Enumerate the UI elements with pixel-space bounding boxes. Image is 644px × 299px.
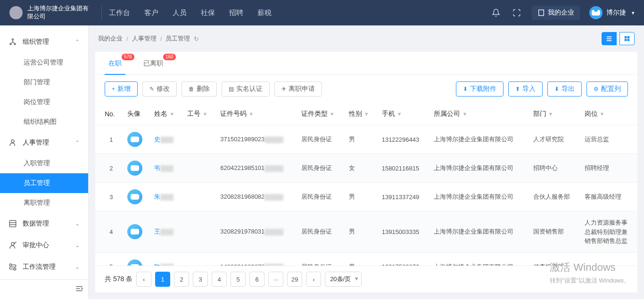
export-button[interactable]: ⬇导出 bbox=[547, 81, 582, 97]
user-menu[interactable]: 博尔捷 ▾ bbox=[589, 6, 635, 19]
filter-icon[interactable]: ▼ bbox=[397, 111, 402, 117]
svg-rect-20 bbox=[627, 36, 630, 39]
sidebar-item-offboard[interactable]: 离职管理 bbox=[0, 193, 88, 213]
col-no: No. bbox=[95, 103, 123, 125]
cell-gender: 男 bbox=[344, 125, 377, 154]
page-ellipsis[interactable]: ··· bbox=[268, 272, 283, 287]
cell-idno: 6204221985101 bbox=[215, 154, 296, 183]
sidebar-item-orgchart[interactable]: 组织结构图 bbox=[0, 112, 88, 132]
page-button[interactable]: 3 bbox=[193, 272, 208, 287]
nav-personnel[interactable]: 人员 bbox=[173, 8, 187, 17]
sidebar-collapse-button[interactable] bbox=[0, 279, 88, 299]
table-container[interactable]: No. 头像 姓名▼ 工号▼ 证件号码▼ 证件类型▼ 性别▼ 手机▼ 所属公司▼… bbox=[95, 103, 637, 266]
sidebar-item-position[interactable]: 岗位管理 bbox=[0, 92, 88, 112]
grid-view-button[interactable] bbox=[619, 32, 635, 45]
table-row[interactable]: 1 史 3715021989023 居民身份证 男 13122296443 上海… bbox=[95, 125, 637, 154]
cell-gender: 女 bbox=[344, 154, 377, 183]
filter-icon[interactable]: ▼ bbox=[548, 111, 553, 117]
col-empno: 工号▼ bbox=[182, 103, 215, 125]
tab-active-employees[interactable]: 在职 578 bbox=[105, 52, 125, 74]
filter-icon[interactable]: ▼ bbox=[364, 111, 369, 117]
breadcrumb: 我的企业 / 人事管理 / 员工管理 ↻ bbox=[89, 25, 644, 52]
sidebar-group-data[interactable]: 数据管理 ⌄ bbox=[0, 213, 88, 234]
table-row[interactable]: 3 朱 3208281968082 居民身份证 男 13911337249 上海… bbox=[95, 183, 637, 211]
table-row[interactable]: 2 韦 6204221985101 居民身份证 女 15802116815 上海… bbox=[95, 154, 637, 183]
cell-avatar bbox=[123, 183, 150, 211]
config-button[interactable]: ⚙配置列 bbox=[586, 81, 628, 97]
top-nav: 工作台 客户 人员 社保 招聘 薪税 bbox=[109, 8, 272, 17]
page-button[interactable]: 5 bbox=[231, 272, 246, 287]
cell-name[interactable]: 防 bbox=[149, 252, 182, 266]
page-button[interactable]: 4 bbox=[212, 272, 227, 287]
list-view-button[interactable] bbox=[602, 32, 617, 45]
main-panel: 在职 578 已离职 160 +新增 ✎修改 🗑删除 ▤实名认证 ✈离职申请 ⬇… bbox=[95, 52, 637, 292]
chevron-down-icon: ⌄ bbox=[75, 264, 80, 270]
page-button[interactable]: 1 bbox=[155, 272, 170, 287]
next-page-button[interactable]: › bbox=[306, 272, 321, 287]
cell-no: 1 bbox=[95, 125, 123, 154]
sidebar-group-hr[interactable]: 人事管理 ⌃ bbox=[0, 132, 88, 154]
filter-icon[interactable]: ▼ bbox=[330, 111, 335, 117]
chevron-up-icon: ⌃ bbox=[75, 39, 80, 45]
cell-company: 上海博尔捷企业集团有限公司 bbox=[429, 125, 528, 154]
nav-salary[interactable]: 薪税 bbox=[257, 8, 272, 17]
import-button[interactable]: ⬆导入 bbox=[508, 81, 543, 97]
sidebar-item-employee[interactable]: 员工管理 bbox=[0, 173, 88, 193]
filter-icon[interactable]: ▼ bbox=[462, 111, 467, 117]
svg-point-5 bbox=[14, 43, 16, 45]
realname-button[interactable]: ▤实名认证 bbox=[222, 81, 270, 97]
nav-workspace[interactable]: 工作台 bbox=[109, 8, 130, 17]
sidebar-item-onboard[interactable]: 入职管理 bbox=[0, 154, 88, 173]
svg-point-4 bbox=[10, 43, 11, 45]
filter-icon[interactable]: ▼ bbox=[202, 111, 207, 117]
fullscreen-icon[interactable] bbox=[511, 7, 522, 18]
edit-button[interactable]: ✎修改 bbox=[142, 81, 177, 97]
resign-button[interactable]: ✈离职申请 bbox=[274, 81, 322, 97]
pagination: 共 578 条 ‹ 123456···29 › 20条/页 bbox=[95, 266, 637, 292]
col-phone: 手机▼ bbox=[377, 103, 429, 125]
tab-label: 已离职 bbox=[143, 59, 163, 67]
tab-badge: 578 bbox=[122, 54, 134, 60]
avatar-icon bbox=[127, 259, 142, 266]
sidebar-group-approval[interactable]: 审批中心 ⌄ bbox=[0, 234, 88, 256]
cell-name[interactable]: 史 bbox=[149, 125, 182, 154]
sidebar-group-label: 数据管理 bbox=[23, 219, 49, 228]
breadcrumb-item[interactable]: 我的企业 bbox=[98, 34, 123, 43]
filter-icon[interactable]: ▼ bbox=[600, 111, 605, 117]
col-idtype: 证件类型▼ bbox=[297, 103, 344, 125]
nav-recruit[interactable]: 招聘 bbox=[229, 8, 243, 17]
download-button[interactable]: ⬇下载附件 bbox=[456, 81, 504, 97]
filter-icon[interactable]: ▼ bbox=[248, 111, 254, 117]
page-size-select[interactable]: 20条/页 bbox=[325, 272, 362, 287]
page-button[interactable]: 2 bbox=[174, 272, 189, 287]
cell-name[interactable]: 朱 bbox=[149, 183, 182, 211]
sidebar-group-workflow[interactable]: 工作流管理 ⌄ bbox=[0, 256, 88, 278]
filter-icon[interactable]: ▼ bbox=[169, 111, 174, 117]
sidebar-group-label: 组织管理 bbox=[23, 38, 49, 46]
nav-customer[interactable]: 客户 bbox=[144, 8, 158, 17]
delete-button[interactable]: 🗑删除 bbox=[182, 81, 217, 97]
page-button[interactable]: 6 bbox=[249, 272, 264, 287]
tab-left-employees[interactable]: 已离职 160 bbox=[140, 52, 167, 74]
cell-name[interactable]: 王 bbox=[149, 211, 182, 253]
prev-page-button[interactable]: ‹ bbox=[136, 272, 151, 287]
page-button[interactable]: 29 bbox=[287, 272, 302, 287]
bell-icon[interactable] bbox=[490, 7, 502, 18]
table-row[interactable]: 5 防 1402031983070 居民身份证 男 13917589076 上海… bbox=[95, 252, 637, 266]
cell-gender: 男 bbox=[344, 252, 377, 266]
cell-dept: 健森投资部 bbox=[528, 252, 580, 266]
sidebar-group-org[interactable]: 组织管理 ⌃ bbox=[0, 31, 88, 53]
user-avatar-icon bbox=[589, 6, 603, 19]
table-row[interactable]: 4 王 3208291978031 居民身份证 男 13915003335 上海… bbox=[95, 211, 637, 253]
refresh-icon[interactable]: ↻ bbox=[194, 35, 199, 42]
cell-name[interactable]: 韦 bbox=[149, 154, 182, 183]
sidebar-item-dept[interactable]: 部门管理 bbox=[0, 73, 88, 92]
sidebar-item-company[interactable]: 运营公司管理 bbox=[0, 53, 88, 73]
add-button[interactable]: +新增 bbox=[105, 81, 138, 97]
company-name: 上海博尔捷企业集团有限公司 bbox=[27, 5, 89, 21]
nav-social[interactable]: 社保 bbox=[201, 8, 215, 17]
cell-phone: 15802116815 bbox=[377, 154, 429, 183]
breadcrumb-item[interactable]: 人事管理 bbox=[132, 34, 157, 43]
cell-empno bbox=[182, 252, 215, 266]
my-company-button[interactable]: 我的企业 bbox=[532, 6, 580, 20]
